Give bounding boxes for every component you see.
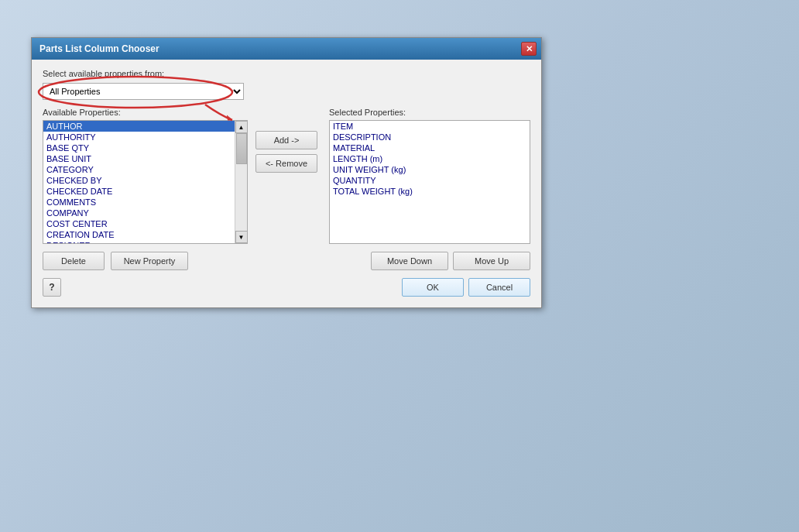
footer-center-buttons: Move Down Move Up	[371, 252, 530, 270]
selected-properties-panel: Selected Properties: ITEM DESCRIPTION MA…	[329, 108, 530, 244]
available-properties-listbox[interactable]: AUTHOR AUTHORITY BASE QTY BASE UNIT CATE…	[43, 121, 235, 243]
selected-properties-listbox[interactable]: ITEM DESCRIPTION MATERIAL LENGTH (m) UNI…	[329, 120, 530, 244]
scroll-thumb[interactable]	[236, 133, 247, 164]
scroll-up-arrow[interactable]: ▲	[235, 121, 248, 133]
scroll-down-arrow[interactable]: ▼	[235, 231, 248, 243]
list-item[interactable]: AUTHOR	[43, 121, 235, 132]
help-area: ?	[43, 278, 61, 297]
dialog-body: Select available properties from: All Pr…	[32, 60, 541, 307]
available-properties-panel: Available Properties: AUTHOR AUTHORITY B…	[43, 108, 248, 244]
available-properties-label: Available Properties:	[43, 108, 248, 117]
title-bar: Parts List Column Chooser ✕	[32, 38, 541, 60]
list-item[interactable]: COMPANY	[43, 208, 235, 218]
list-item[interactable]: COST CENTER	[43, 218, 235, 229]
available-scrollbar[interactable]: ▲ ▼	[235, 121, 247, 243]
move-up-button[interactable]: Move Up	[453, 252, 530, 270]
list-item[interactable]: BASE QTY	[43, 142, 235, 153]
list-item[interactable]: ITEM	[330, 121, 530, 132]
dialog-title: Parts List Column Chooser	[39, 43, 159, 54]
list-item[interactable]: MATERIAL	[330, 142, 530, 153]
delete-button[interactable]: Delete	[43, 252, 105, 270]
cancel-button[interactable]: Cancel	[468, 278, 530, 297]
list-item[interactable]: BASE UNIT	[43, 153, 235, 164]
properties-source-dropdown[interactable]: All Properties Custom Properties System …	[43, 83, 244, 100]
ok-button[interactable]: OK	[402, 278, 464, 297]
footer-row: Delete New Property Move Down Move Up	[43, 252, 530, 270]
list-item[interactable]: COMMENTS	[43, 197, 235, 208]
dropdown-row: All Properties Custom Properties System …	[43, 83, 530, 100]
list-item[interactable]: AUTHORITY	[43, 132, 235, 142]
list-item[interactable]: DESCRIPTION	[330, 132, 530, 142]
ok-cancel-area: OK Cancel	[402, 278, 530, 297]
panels-row: Available Properties: AUTHOR AUTHORITY B…	[43, 108, 530, 244]
list-item[interactable]: CHECKED DATE	[43, 186, 235, 197]
scroll-track[interactable]	[236, 133, 247, 231]
move-down-button[interactable]: Move Down	[371, 252, 448, 270]
list-item[interactable]: CHECKED BY	[43, 175, 235, 186]
list-item[interactable]: UNIT WEIGHT (kg)	[330, 164, 530, 175]
list-item[interactable]: TOTAL WEIGHT (kg)	[330, 186, 530, 197]
help-button[interactable]: ?	[43, 278, 61, 297]
list-item[interactable]: QUANTITY	[330, 175, 530, 186]
footer-left-buttons: Delete New Property	[43, 252, 188, 270]
list-item[interactable]: CATEGORY	[43, 164, 235, 175]
list-item[interactable]: DESIGNER	[43, 240, 235, 243]
dialog-parts-list-column-chooser: Parts List Column Chooser ✕ Select avail…	[31, 37, 542, 308]
selected-properties-label: Selected Properties:	[329, 108, 530, 117]
remove-button[interactable]: <- Remove	[255, 154, 317, 173]
list-item[interactable]: CREATION DATE	[43, 229, 235, 240]
close-button[interactable]: ✕	[521, 42, 537, 56]
new-property-button[interactable]: New Property	[111, 252, 188, 270]
source-label: Select available properties from:	[43, 69, 530, 78]
bottom-row: ? OK Cancel	[43, 278, 530, 297]
list-item[interactable]: LENGTH (m)	[330, 153, 530, 164]
add-button[interactable]: Add ->	[255, 131, 317, 149]
add-remove-panel: Add -> <- Remove	[255, 108, 321, 173]
available-properties-listbox-wrapper: AUTHOR AUTHORITY BASE QTY BASE UNIT CATE…	[43, 120, 248, 244]
